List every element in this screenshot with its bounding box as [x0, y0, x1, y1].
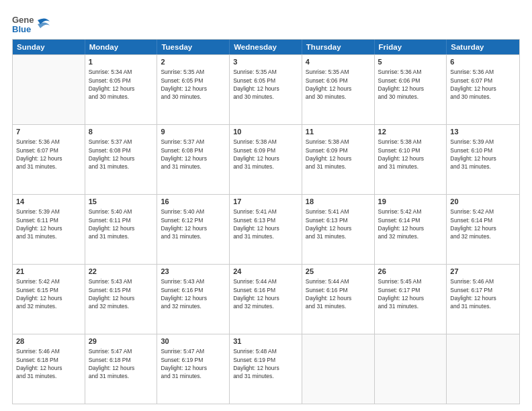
calendar-cell: 15Sunrise: 5:40 AMSunset: 6:11 PMDayligh…: [85, 195, 158, 264]
day-info: Sunrise: 5:41 AMSunset: 6:13 PMDaylight:…: [233, 208, 298, 240]
calendar-cell: 4Sunrise: 5:35 AMSunset: 6:06 PMDaylight…: [302, 55, 375, 124]
day-number: 28: [16, 336, 81, 347]
day-number: 18: [306, 197, 371, 207]
day-info: Sunrise: 5:36 AMSunset: 6:06 PMDaylight:…: [378, 68, 443, 101]
calendar-cell: 9Sunrise: 5:37 AMSunset: 6:08 PMDaylight…: [157, 125, 230, 194]
calendar-cell: 20Sunrise: 5:42 AMSunset: 6:14 PMDayligh…: [447, 195, 519, 264]
day-info: Sunrise: 5:35 AMSunset: 6:05 PMDaylight:…: [161, 68, 226, 101]
calendar-header-cell: Friday: [375, 40, 447, 54]
calendar-week-row: 28Sunrise: 5:46 AMSunset: 6:18 PMDayligh…: [13, 334, 519, 404]
day-number: 21: [16, 267, 81, 277]
calendar-header-cell: Saturday: [447, 40, 519, 54]
day-info: Sunrise: 5:47 AMSunset: 6:19 PMDaylight:…: [161, 347, 226, 380]
day-number: 9: [161, 127, 226, 137]
day-number: 26: [378, 267, 443, 277]
day-number: 22: [89, 267, 154, 277]
calendar-cell: 29Sunrise: 5:47 AMSunset: 6:18 PMDayligh…: [85, 334, 158, 404]
day-info: Sunrise: 5:43 AMSunset: 6:15 PMDaylight:…: [89, 277, 154, 310]
calendar-cell: 18Sunrise: 5:41 AMSunset: 6:13 PMDayligh…: [302, 195, 375, 264]
day-info: Sunrise: 5:42 AMSunset: 6:14 PMDaylight:…: [378, 208, 443, 240]
day-number: 23: [161, 267, 226, 277]
day-info: Sunrise: 5:34 AMSunset: 6:05 PMDaylight:…: [89, 68, 154, 101]
day-number: 4: [306, 57, 371, 67]
day-number: 16: [161, 197, 226, 207]
calendar-header-cell: Wednesday: [230, 40, 302, 54]
calendar-week-row: 21Sunrise: 5:42 AMSunset: 6:15 PMDayligh…: [13, 264, 519, 334]
day-number: 3: [233, 57, 298, 67]
day-info: Sunrise: 5:38 AMSunset: 6:09 PMDaylight:…: [233, 138, 298, 171]
calendar-cell: 14Sunrise: 5:39 AMSunset: 6:11 PMDayligh…: [13, 195, 85, 264]
day-number: 10: [233, 127, 298, 137]
day-info: Sunrise: 5:47 AMSunset: 6:18 PMDaylight:…: [89, 347, 154, 380]
calendar-cell: 30Sunrise: 5:47 AMSunset: 6:19 PMDayligh…: [157, 334, 230, 404]
calendar-header-cell: Tuesday: [157, 40, 230, 54]
calendar-cell: 16Sunrise: 5:40 AMSunset: 6:12 PMDayligh…: [157, 195, 230, 264]
day-number: 7: [16, 127, 81, 137]
day-info: Sunrise: 5:39 AMSunset: 6:11 PMDaylight:…: [16, 208, 81, 240]
day-info: Sunrise: 5:43 AMSunset: 6:16 PMDaylight:…: [161, 277, 226, 310]
day-info: Sunrise: 5:36 AMSunset: 6:07 PMDaylight:…: [16, 138, 81, 171]
calendar-cell: 13Sunrise: 5:39 AMSunset: 6:10 PMDayligh…: [447, 125, 519, 194]
calendar-cell: 6Sunrise: 5:36 AMSunset: 6:07 PMDaylight…: [447, 55, 519, 124]
calendar-cell: 19Sunrise: 5:42 AMSunset: 6:14 PMDayligh…: [375, 195, 447, 264]
day-info: Sunrise: 5:38 AMSunset: 6:09 PMDaylight:…: [306, 138, 371, 171]
day-info: Sunrise: 5:44 AMSunset: 6:16 PMDaylight:…: [233, 277, 298, 310]
day-number: 30: [161, 336, 226, 347]
day-info: Sunrise: 5:36 AMSunset: 6:07 PMDaylight:…: [450, 68, 516, 101]
day-number: 13: [450, 127, 516, 137]
day-info: Sunrise: 5:48 AMSunset: 6:19 PMDaylight:…: [233, 347, 298, 380]
day-number: 31: [233, 336, 298, 347]
calendar: SundayMondayTuesdayWednesdayThursdayFrid…: [12, 39, 520, 404]
calendar-cell: 8Sunrise: 5:37 AMSunset: 6:08 PMDaylight…: [85, 125, 158, 194]
header: General Blue: [12, 12, 520, 36]
day-info: Sunrise: 5:42 AMSunset: 6:15 PMDaylight:…: [16, 277, 81, 310]
calendar-cell: 5Sunrise: 5:36 AMSunset: 6:06 PMDaylight…: [375, 55, 447, 124]
day-info: Sunrise: 5:44 AMSunset: 6:16 PMDaylight:…: [306, 277, 371, 310]
calendar-header-row: SundayMondayTuesdayWednesdayThursdayFrid…: [13, 40, 519, 54]
calendar-cell: 31Sunrise: 5:48 AMSunset: 6:19 PMDayligh…: [230, 334, 302, 404]
calendar-cell: 3Sunrise: 5:35 AMSunset: 6:05 PMDaylight…: [230, 55, 302, 124]
day-info: Sunrise: 5:46 AMSunset: 6:18 PMDaylight:…: [16, 347, 81, 380]
calendar-cell: [375, 334, 447, 404]
calendar-cell: 7Sunrise: 5:36 AMSunset: 6:07 PMDaylight…: [13, 125, 85, 194]
day-number: 12: [378, 127, 443, 137]
day-info: Sunrise: 5:46 AMSunset: 6:17 PMDaylight:…: [450, 277, 516, 310]
day-number: 6: [450, 57, 516, 67]
day-number: 17: [233, 197, 298, 207]
calendar-cell: 27Sunrise: 5:46 AMSunset: 6:17 PMDayligh…: [447, 265, 519, 334]
svg-text:General: General: [12, 15, 34, 25]
calendar-week-row: 7Sunrise: 5:36 AMSunset: 6:07 PMDaylight…: [13, 124, 519, 194]
calendar-cell: [302, 334, 375, 404]
logo-icon: General Blue: [12, 12, 34, 36]
day-info: Sunrise: 5:39 AMSunset: 6:10 PMDaylight:…: [450, 138, 516, 171]
calendar-cell: 2Sunrise: 5:35 AMSunset: 6:05 PMDaylight…: [157, 55, 230, 124]
day-number: 1: [89, 57, 154, 67]
day-number: 5: [378, 57, 443, 67]
calendar-cell: [447, 334, 519, 404]
calendar-week-row: 1Sunrise: 5:34 AMSunset: 6:05 PMDaylight…: [13, 54, 519, 124]
calendar-cell: 24Sunrise: 5:44 AMSunset: 6:16 PMDayligh…: [230, 265, 302, 334]
calendar-cell: 26Sunrise: 5:45 AMSunset: 6:17 PMDayligh…: [375, 265, 447, 334]
day-number: 11: [306, 127, 371, 137]
calendar-cell: 23Sunrise: 5:43 AMSunset: 6:16 PMDayligh…: [157, 265, 230, 334]
day-number: 27: [450, 267, 516, 277]
calendar-cell: 12Sunrise: 5:38 AMSunset: 6:10 PMDayligh…: [375, 125, 447, 194]
day-number: 8: [89, 127, 154, 137]
day-info: Sunrise: 5:35 AMSunset: 6:05 PMDaylight:…: [233, 68, 298, 101]
day-number: 2: [161, 57, 226, 67]
day-number: 15: [89, 197, 154, 207]
calendar-cell: 1Sunrise: 5:34 AMSunset: 6:05 PMDaylight…: [85, 55, 158, 124]
calendar-cell: 28Sunrise: 5:46 AMSunset: 6:18 PMDayligh…: [13, 334, 85, 404]
day-number: 24: [233, 267, 298, 277]
day-info: Sunrise: 5:40 AMSunset: 6:11 PMDaylight:…: [89, 208, 154, 240]
day-info: Sunrise: 5:40 AMSunset: 6:12 PMDaylight:…: [161, 208, 226, 240]
page: General Blue SundayMondayTuesdayWednesda…: [0, 0, 532, 411]
day-number: 14: [16, 197, 81, 207]
svg-text:Blue: Blue: [12, 24, 31, 34]
day-info: Sunrise: 5:42 AMSunset: 6:14 PMDaylight:…: [450, 208, 516, 240]
calendar-cell: 17Sunrise: 5:41 AMSunset: 6:13 PMDayligh…: [230, 195, 302, 264]
calendar-cell: 21Sunrise: 5:42 AMSunset: 6:15 PMDayligh…: [13, 265, 85, 334]
day-info: Sunrise: 5:37 AMSunset: 6:08 PMDaylight:…: [161, 138, 226, 171]
calendar-header-cell: Sunday: [13, 40, 85, 54]
calendar-cell: 11Sunrise: 5:38 AMSunset: 6:09 PMDayligh…: [302, 125, 375, 194]
